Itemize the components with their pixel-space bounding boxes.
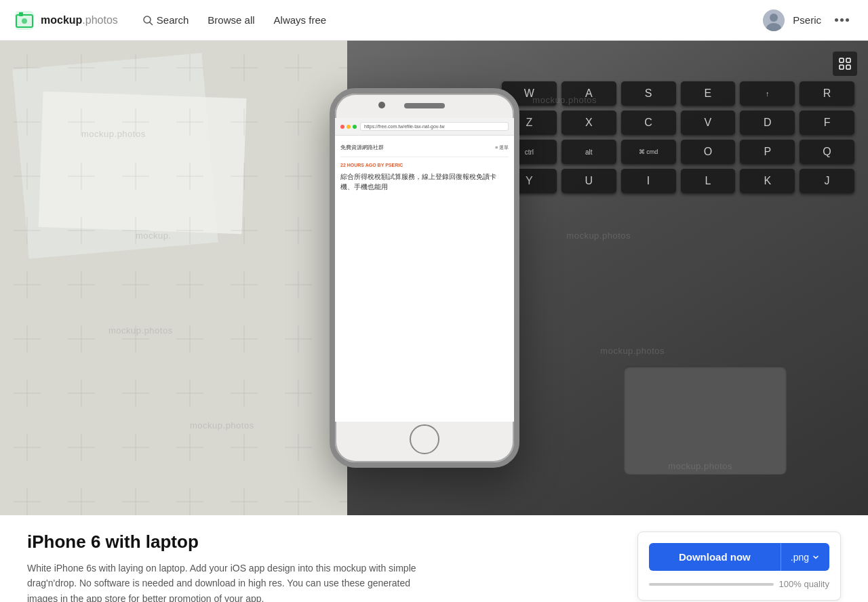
- key-i: I: [621, 169, 676, 193]
- key-k: K: [740, 169, 795, 193]
- key-cmd: ⌘ cmd: [621, 140, 676, 164]
- quality-bar: [649, 583, 774, 586]
- svg-rect-12: [840, 58, 844, 62]
- article-meta: 22 HOURS AGO BY PSERIC: [340, 163, 509, 167]
- key-x: X: [561, 111, 616, 135]
- main-nav: Search Browse all Always free: [134, 9, 334, 31]
- logo[interactable]: mockup.photos: [14, 9, 118, 31]
- chevron-down-icon: [812, 553, 820, 561]
- key-p: P: [740, 140, 795, 164]
- svg-rect-15: [846, 65, 850, 69]
- browser-dot-green: [353, 125, 357, 129]
- dot-3: [846, 18, 849, 22]
- nav-free[interactable]: Always free: [266, 9, 335, 31]
- svg-line-5: [150, 22, 153, 25]
- dot-2: [840, 18, 844, 22]
- key-j: J: [800, 169, 854, 193]
- product-info: iPhone 6 with laptop White iPhone 6s wit…: [27, 531, 610, 602]
- key-s: S: [621, 81, 676, 106]
- phone-camera: [378, 102, 385, 108]
- quality-row: 100% quality: [649, 579, 829, 589]
- download-format-label: .png: [791, 552, 809, 563]
- phone-screen: https://free.com.tw/efile-tax-nat-gov-tw…: [335, 118, 514, 422]
- logo-text: mockup.photos: [41, 14, 118, 26]
- svg-rect-13: [846, 58, 850, 62]
- main-image-container: W A S E ↑ R Z X C V D F ctrl alt ⌘ cmd O…: [0, 41, 868, 515]
- download-now-button[interactable]: Download now: [649, 543, 781, 571]
- header-right: Pseric: [763, 9, 854, 31]
- key-a: A: [561, 81, 616, 106]
- trackpad: [624, 366, 787, 475]
- browser-bar: https://free.com.tw/efile-tax-nat-gov-tw: [335, 118, 514, 136]
- article-title: 綜合所得稅稅額試算服務，線上登錄回復報稅免讀卡機、手機也能用: [340, 172, 509, 192]
- phone-home-button: [410, 424, 439, 454]
- download-btn-row: Download now .png: [649, 543, 829, 571]
- username: Pseric: [793, 14, 821, 26]
- product-title: iPhone 6 with laptop: [27, 531, 610, 553]
- phone-speaker: [404, 103, 445, 108]
- key-v: V: [681, 111, 736, 135]
- bottom-section: iPhone 6 with laptop White iPhone 6s wit…: [0, 515, 868, 602]
- fullscreen-button[interactable]: [833, 52, 857, 76]
- download-format-button[interactable]: .png: [781, 543, 829, 571]
- download-panel: Download now .png 100% quality: [637, 531, 841, 601]
- dot-1: [835, 18, 838, 22]
- key-r: R: [800, 81, 854, 106]
- key-o: O: [681, 140, 736, 164]
- key-e: E: [681, 81, 736, 106]
- browser-dots: [340, 125, 357, 129]
- svg-rect-14: [840, 65, 844, 69]
- product-description: White iPhone 6s with laying on laptop. A…: [27, 561, 434, 602]
- key-alt: alt: [561, 140, 616, 164]
- browser-dot-yellow: [347, 125, 351, 129]
- avatar: [763, 9, 785, 31]
- nav-browse[interactable]: Browse all: [199, 9, 262, 31]
- svg-point-7: [770, 14, 778, 22]
- browser-dot-red: [340, 125, 344, 129]
- key-c: C: [621, 111, 676, 135]
- key-u: U: [561, 169, 616, 193]
- keyboard-grid: W A S E ↑ R Z X C V D F ctrl alt ⌘ cmd O…: [502, 81, 854, 193]
- svg-point-3: [22, 18, 27, 24]
- phone-mockup: https://free.com.tw/efile-tax-nat-gov-tw…: [330, 88, 519, 468]
- paper-sheet-2: [39, 92, 247, 234]
- svg-rect-2: [19, 12, 23, 16]
- browser-url-bar: https://free.com.tw/efile-tax-nat-gov-tw: [360, 122, 509, 131]
- browser-content: 免費資源網路社群 ≡ 選單 22 HOURS AGO BY PSERIC 綜合所…: [335, 136, 514, 422]
- key-l: L: [681, 169, 736, 193]
- more-options-button[interactable]: [829, 16, 854, 24]
- key-q: Q: [800, 140, 854, 164]
- nav-search[interactable]: Search: [134, 9, 197, 31]
- key-f: F: [800, 111, 854, 135]
- key-up: ↑: [740, 81, 795, 106]
- key-d: D: [740, 111, 795, 135]
- quality-fill: [649, 583, 774, 586]
- phone-side-button: [518, 175, 519, 209]
- quality-label: 100% quality: [779, 579, 829, 589]
- fullscreen-icon: [838, 57, 852, 71]
- site-title: 免費資源網路社群: [340, 144, 384, 151]
- search-icon: [142, 15, 153, 26]
- logo-icon: [14, 9, 35, 31]
- header: mockup.photos Search Browse all Always f…: [0, 0, 868, 41]
- site-header-bar: 免費資源網路社群 ≡ 選單: [340, 141, 509, 157]
- site-menu: ≡ 選單: [495, 144, 509, 151]
